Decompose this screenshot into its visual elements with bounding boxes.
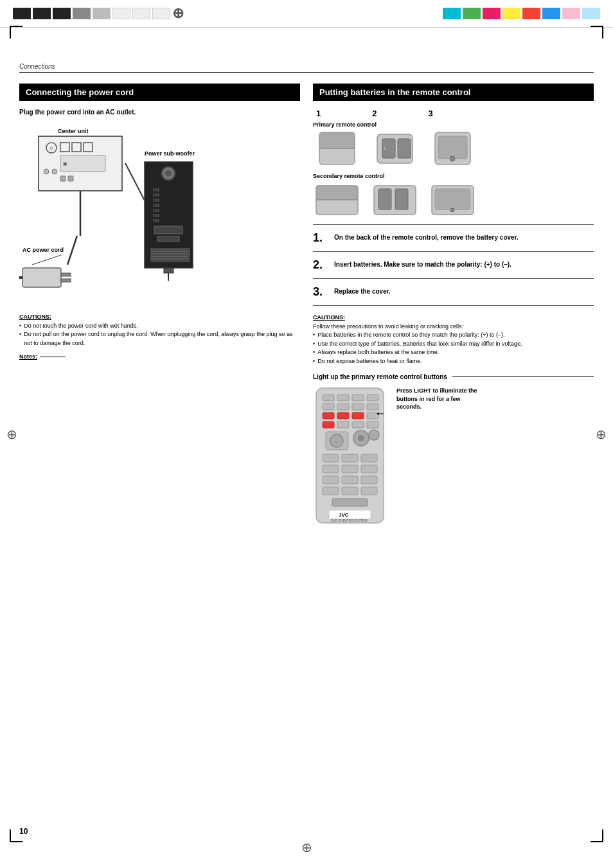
caution-right-item-4: • Do not expose batteries to heat or fla… bbox=[313, 357, 594, 366]
power-cord-svg: Center unit ⊙ ▣ Power sub-woofe bbox=[19, 123, 212, 303]
svg-line-33 bbox=[125, 163, 145, 200]
svg-rect-11 bbox=[60, 176, 66, 181]
primary-remotes-row: + - bbox=[313, 131, 594, 166]
svg-rect-66 bbox=[367, 394, 378, 401]
svg-text:DVD THEATER SYSTEM: DVD THEATER SYSTEM bbox=[331, 518, 368, 522]
side-crosshair-left-icon: ⊕ bbox=[6, 427, 17, 442]
svg-point-84 bbox=[369, 430, 379, 440]
svg-point-61 bbox=[450, 208, 454, 212]
step-divider-4 bbox=[313, 305, 594, 306]
svg-rect-88 bbox=[323, 465, 339, 473]
svg-rect-96 bbox=[361, 487, 377, 495]
bar-cyan-1 bbox=[443, 8, 461, 19]
caution-right-text-1: Place batteries in the remote control so… bbox=[317, 331, 504, 340]
svg-text:JVC: JVC bbox=[339, 512, 349, 518]
primary-remote-1 bbox=[313, 131, 361, 166]
section-label: Connections bbox=[19, 63, 594, 70]
bar-green-1 bbox=[463, 8, 481, 19]
caution-right-text-2: Use the correct type of batteries. Batte… bbox=[317, 340, 522, 349]
caution-right-text-4: Do not expose batteries to heat or flame… bbox=[317, 357, 422, 366]
step-2-number: 2. bbox=[313, 258, 329, 272]
svg-rect-68 bbox=[337, 403, 349, 410]
svg-rect-24 bbox=[154, 226, 182, 234]
svg-rect-12 bbox=[68, 176, 73, 181]
bar-lgray-1 bbox=[93, 8, 111, 19]
top-bar: ⊕ bbox=[0, 0, 613, 28]
secondary-remotes-row bbox=[313, 182, 594, 218]
step-3-text: Replace the cover. bbox=[334, 285, 391, 296]
svg-text:-: - bbox=[398, 146, 400, 152]
svg-text:||||||||: |||||||| bbox=[153, 198, 159, 202]
secondary-remote-2 bbox=[371, 182, 419, 218]
secondary-remote-label: Secondary remote control bbox=[313, 173, 594, 179]
step-num-2: 2 bbox=[372, 109, 377, 118]
svg-point-16 bbox=[165, 170, 172, 177]
svg-text:||||||||: |||||||| bbox=[153, 218, 159, 222]
primary-remote-3 bbox=[429, 131, 477, 166]
cautions-left: CAUTIONS: • Do not touch the power cord … bbox=[19, 313, 300, 362]
step-row-1: 1. On the back of the remote control, re… bbox=[313, 229, 594, 247]
bullet-r-2: • bbox=[313, 340, 315, 349]
bullet-r-4: • bbox=[313, 357, 315, 366]
side-crosshair-right-icon: ⊕ bbox=[596, 427, 607, 442]
bar-pink-1 bbox=[562, 8, 580, 19]
step-num-1: 1 bbox=[316, 109, 321, 118]
svg-text:||||||||: |||||||| bbox=[153, 203, 159, 207]
bullet-r-3: • bbox=[313, 348, 315, 357]
svg-text:Center unit: Center unit bbox=[58, 128, 89, 134]
light-up-section: Light up the primary remote control butt… bbox=[313, 373, 594, 528]
svg-text:○: ○ bbox=[335, 439, 338, 445]
svg-rect-91 bbox=[323, 476, 339, 484]
svg-text:||||||||: |||||||| bbox=[153, 188, 159, 191]
svg-rect-93 bbox=[361, 476, 377, 484]
notes-label: Notes: bbox=[19, 353, 300, 362]
caution-right-text-3: Always replace both batteries at the sam… bbox=[317, 348, 439, 357]
svg-text:||||||||: |||||||| bbox=[153, 213, 159, 217]
bar-black-2 bbox=[33, 8, 51, 19]
svg-rect-71 bbox=[323, 412, 334, 419]
bar-blue-1 bbox=[542, 8, 560, 19]
primary-remote-label: Primary remote control bbox=[313, 121, 594, 128]
svg-rect-65 bbox=[352, 394, 364, 401]
svg-rect-74 bbox=[367, 412, 378, 419]
svg-rect-51 bbox=[438, 136, 467, 159]
caution-left-item-1: • Do not touch the power cord with wet h… bbox=[19, 322, 300, 331]
step-1-number: 1. bbox=[313, 231, 329, 245]
caution-left-text-2: Do not pull on the power cord to unplug … bbox=[24, 330, 300, 348]
page-header: Connections bbox=[0, 28, 613, 84]
corner-bracket-tl bbox=[10, 26, 22, 39]
svg-rect-64 bbox=[337, 394, 349, 401]
svg-rect-73 bbox=[352, 412, 364, 419]
bullet-icon-2: • bbox=[19, 330, 21, 348]
cautions-right-title: CAUTIONS: bbox=[313, 314, 594, 323]
bar-black-3 bbox=[53, 8, 71, 19]
step-divider-2 bbox=[313, 251, 594, 252]
secondary-remote-1 bbox=[313, 182, 361, 218]
bar-black-1 bbox=[13, 8, 31, 19]
step-2-text: Insert batteries. Make sure to match the… bbox=[334, 258, 511, 269]
svg-rect-54 bbox=[316, 186, 358, 200]
svg-point-52 bbox=[450, 156, 455, 161]
svg-point-10 bbox=[52, 169, 57, 174]
svg-rect-98 bbox=[329, 510, 371, 519]
svg-rect-31 bbox=[164, 268, 173, 273]
svg-rect-26 bbox=[151, 249, 190, 261]
step-row-3: 3. Replace the cover. bbox=[313, 283, 594, 301]
right-section-title: Putting batteries in the remote control bbox=[313, 84, 594, 101]
svg-point-83 bbox=[358, 435, 364, 441]
svg-rect-89 bbox=[342, 465, 358, 473]
light-up-content: ○ bbox=[313, 387, 594, 528]
svg-rect-63 bbox=[323, 394, 334, 401]
bar-white-2 bbox=[132, 8, 150, 19]
svg-rect-60 bbox=[435, 189, 470, 209]
bullet-icon-1: • bbox=[19, 322, 21, 331]
svg-text:▣: ▣ bbox=[63, 161, 67, 166]
svg-rect-58 bbox=[395, 189, 408, 209]
step-3-number: 3. bbox=[313, 285, 329, 299]
main-content: Connecting the power cord Plug the power… bbox=[0, 84, 613, 528]
left-section-title: Connecting the power cord bbox=[19, 84, 300, 101]
remote-press-text: Press LIGHT to illuminate the buttons in… bbox=[396, 387, 480, 411]
step-divider-3 bbox=[313, 278, 594, 279]
page-number: 10 bbox=[19, 827, 28, 836]
primary-remote-2: + - bbox=[371, 131, 419, 166]
